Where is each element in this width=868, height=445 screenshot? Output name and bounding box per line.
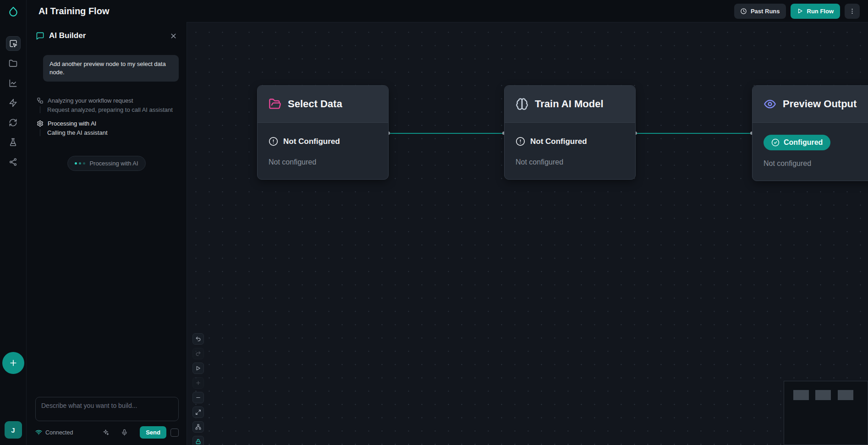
zap-icon xyxy=(9,99,17,107)
configured-badge: Configured xyxy=(764,135,830,150)
more-options-button[interactable] xyxy=(845,4,860,19)
main-column: AI Training Flow Past Runs Run Flow xyxy=(27,0,868,445)
alert-circle-icon xyxy=(269,137,278,146)
run-button[interactable] xyxy=(192,363,204,374)
node-select-data[interactable]: Select Data Not Configured Not configure… xyxy=(257,85,389,180)
alert-circle-icon xyxy=(516,137,525,146)
microphone-icon xyxy=(121,429,128,436)
close-icon xyxy=(170,32,177,40)
fit-view-icon xyxy=(195,409,201,415)
prompt-input[interactable] xyxy=(35,397,179,421)
add-node-button[interactable] xyxy=(2,352,24,374)
plus-icon xyxy=(9,358,18,368)
flow-canvas[interactable]: Select Data Not Configured Not configure… xyxy=(187,22,868,445)
ai-builder-header: AI Builder xyxy=(27,22,187,47)
past-runs-button[interactable]: Past Runs xyxy=(734,4,786,19)
auto-layout-icon xyxy=(195,424,201,430)
connection-status-label: Connected xyxy=(45,429,73,436)
ai-builder-panel: AI Builder Add another preview node to m… xyxy=(27,22,187,445)
share-icon xyxy=(9,158,17,166)
tool-share-button[interactable] xyxy=(6,154,21,169)
chat-bubble-icon xyxy=(36,32,44,40)
workflow-icon xyxy=(37,97,44,104)
edge-train-to-preview[interactable] xyxy=(636,133,752,134)
undo-icon xyxy=(195,336,201,342)
zoom-out-button[interactable] xyxy=(192,392,204,403)
processing-status-badge: Processing with AI xyxy=(67,156,145,171)
tool-files-button[interactable] xyxy=(6,56,21,71)
node-status: Not Configured xyxy=(516,137,624,146)
node-title: Preview Output xyxy=(783,98,857,110)
minimap-node xyxy=(838,390,853,400)
user-avatar[interactable]: J xyxy=(5,421,22,439)
log-item: Analyzing your workflow request Request … xyxy=(37,97,177,113)
edge-select-to-train[interactable] xyxy=(389,133,504,134)
app-root: J AI Training Flow Past Runs Run Flow xyxy=(0,0,868,445)
line-chart-icon xyxy=(9,79,17,88)
clock-icon xyxy=(740,8,747,15)
app-logo-icon xyxy=(7,6,19,18)
play-icon xyxy=(195,365,201,371)
send-option-checkbox[interactable] xyxy=(170,429,179,437)
zoom-out-icon xyxy=(195,395,201,401)
past-runs-label: Past Runs xyxy=(751,8,780,15)
minimap-node xyxy=(793,390,809,400)
node-status: Not Configured xyxy=(269,137,377,146)
redo-button[interactable] xyxy=(192,348,204,359)
check-circle-icon xyxy=(771,138,780,147)
refresh-icon xyxy=(9,118,17,127)
folder-icon xyxy=(9,59,17,68)
prompt-area: Connected xyxy=(27,397,187,445)
icon-sidebar: J xyxy=(0,0,27,445)
node-status-label: Configured xyxy=(784,138,823,147)
folder-open-icon xyxy=(269,98,281,110)
send-button[interactable]: Send xyxy=(140,426,166,439)
ai-builder-title: AI Builder xyxy=(49,31,86,40)
node-detail: Not configured xyxy=(269,158,377,166)
eye-icon xyxy=(764,98,776,110)
log-detail: Request analyzed, preparing to call AI a… xyxy=(40,106,177,113)
processing-label: Processing with AI xyxy=(89,160,138,167)
node-status-label: Not Configured xyxy=(530,137,587,146)
loading-dots-icon xyxy=(75,162,85,165)
lock-button[interactable] xyxy=(192,436,204,445)
body-row: AI Builder Add another preview node to m… xyxy=(27,22,868,445)
fit-view-button[interactable] xyxy=(192,407,204,418)
tool-experiments-button[interactable] xyxy=(6,135,21,149)
run-flow-button[interactable]: Run Flow xyxy=(791,4,841,19)
minimap[interactable] xyxy=(784,381,868,445)
user-message: Add another preview node to my select da… xyxy=(43,55,179,82)
page-title: AI Training Flow xyxy=(38,6,109,16)
node-preview-output[interactable]: Preview Output Configured Not configured xyxy=(752,85,868,181)
avatar-initial: J xyxy=(11,426,15,434)
auto-layout-button[interactable] xyxy=(192,421,204,433)
undo-button[interactable] xyxy=(192,333,204,345)
log-title: Analyzing your workflow request xyxy=(48,97,133,104)
tool-actions-button[interactable] xyxy=(6,95,21,110)
wifi-icon xyxy=(35,429,42,436)
flask-icon xyxy=(9,138,17,147)
enhance-prompt-button[interactable] xyxy=(102,429,109,436)
log-item: Processing with AI Calling the AI assist… xyxy=(37,120,177,136)
zoom-in-button[interactable] xyxy=(192,377,204,389)
log-title: Processing with AI xyxy=(48,120,96,127)
top-bar-actions: Past Runs Run Flow xyxy=(734,4,860,19)
node-title: Train AI Model xyxy=(535,98,604,110)
lock-icon xyxy=(195,439,201,445)
log-detail: Calling the AI assistant xyxy=(40,129,177,136)
voice-input-button[interactable] xyxy=(121,429,128,436)
node-train-ai-model[interactable]: Train AI Model Not Configured Not config… xyxy=(504,85,636,180)
sparkles-icon xyxy=(102,429,109,436)
node-status-label: Not Configured xyxy=(283,137,340,146)
canvas-toolbar xyxy=(192,333,204,445)
node-detail: Not configured xyxy=(764,159,868,168)
prompt-footer: Connected xyxy=(35,426,179,439)
tool-analytics-button[interactable] xyxy=(6,76,21,90)
close-panel-button[interactable] xyxy=(170,32,177,40)
tool-select-button[interactable] xyxy=(6,36,21,51)
node-detail: Not configured xyxy=(516,158,624,166)
zoom-in-icon xyxy=(195,380,201,386)
redo-icon xyxy=(195,351,201,357)
tool-sync-button[interactable] xyxy=(6,115,21,130)
run-flow-label: Run Flow xyxy=(807,8,834,15)
